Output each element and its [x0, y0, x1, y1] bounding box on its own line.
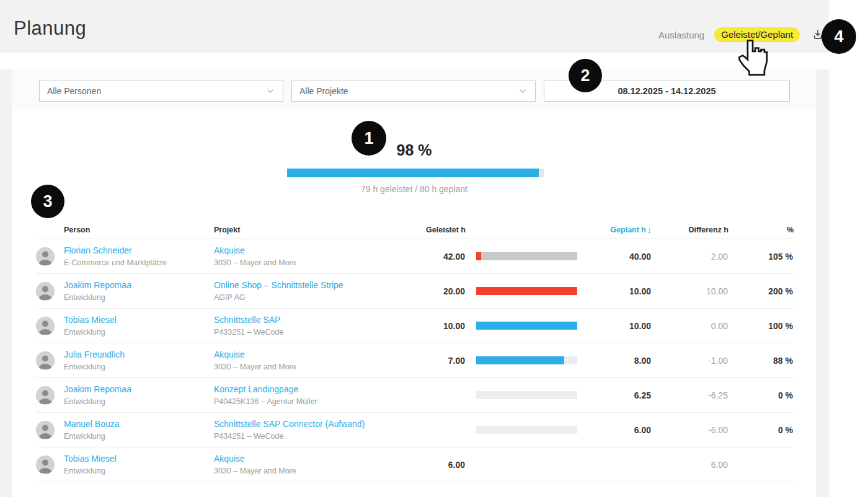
project-link[interactable]: Schnittstelle SAP — [214, 315, 425, 325]
performed-value: 10.00 — [425, 321, 466, 331]
annotation-circle-2: 2 — [569, 59, 602, 92]
table-row[interactable]: Tobias Miesel Entwicklung Schnittstelle … — [36, 309, 794, 343]
avatar-cell — [36, 351, 64, 370]
avatar — [36, 282, 55, 301]
table-body: Florian Schneider E-Commerce und Marktpl… — [36, 239, 794, 482]
screenshot-canvas: Planung Auslastung Geleistet/Geplant All… — [0, 0, 868, 497]
person-cell: Tobias Miesel Entwicklung — [64, 454, 214, 475]
person-role: Entwicklung — [64, 328, 214, 336]
person-role: Entwicklung — [64, 363, 214, 371]
header-performed[interactable]: Geleistet h — [425, 226, 466, 234]
project-sub: 3030 – Mayer and More — [214, 258, 425, 267]
table-row[interactable]: Julia Freundlich Entwicklung Akquise 303… — [36, 343, 794, 378]
table-header-row: Person Projekt Geleistet h Geplant h ↓ D… — [36, 221, 794, 239]
bar-segment — [476, 426, 577, 434]
bar-cell — [466, 460, 577, 468]
utilization-progress-bar — [287, 169, 544, 177]
person-silhouette-icon — [36, 386, 55, 405]
person-link[interactable]: Joakim Repomaa — [64, 384, 214, 394]
person-cell: Julia Freundlich Entwicklung — [64, 350, 214, 371]
avatar — [36, 455, 55, 474]
bar-segment — [564, 356, 577, 364]
avatar-cell — [36, 282, 64, 301]
nav-item-geleistet-geplant[interactable]: Geleistet/Geplant — [714, 27, 800, 42]
difference-value: 10.00 — [652, 286, 728, 296]
person-silhouette-icon — [36, 317, 55, 335]
person-silhouette-icon — [36, 351, 55, 370]
percent-value: 0 % — [728, 390, 794, 400]
person-link[interactable]: Manuel Bouza — [64, 419, 214, 429]
percent-value: 105 % — [728, 252, 794, 262]
table-row[interactable]: Joakim Repomaa Entwicklung Konzept Landi… — [36, 378, 794, 413]
difference-value: 0.00 — [652, 321, 728, 331]
nav-item-auslastung[interactable]: Auslastung — [658, 30, 704, 40]
percent-value: 0 % — [728, 425, 794, 435]
utilization-progress-fill — [287, 169, 539, 177]
bar-cell — [466, 287, 577, 295]
person-link[interactable]: Florian Schneider — [64, 245, 214, 255]
top-navigation: Auslastung Geleistet/Geplant — [658, 27, 825, 42]
table-row[interactable]: Manuel Bouza Entwicklung Schnittstelle S… — [36, 413, 794, 447]
person-link[interactable]: Joakim Repomaa — [64, 280, 214, 290]
bar-segment — [476, 322, 577, 330]
chevron-down-icon — [518, 86, 528, 96]
avatar — [36, 247, 55, 266]
person-silhouette-icon — [36, 455, 55, 474]
page-title: Planung — [14, 17, 86, 40]
planning-table: Person Projekt Geleistet h Geplant h ↓ D… — [36, 221, 794, 482]
bar-cell — [466, 252, 577, 260]
project-link[interactable]: Akquise — [214, 454, 425, 464]
project-sub: P434251 – WeCode — [214, 432, 425, 441]
avatar — [36, 317, 55, 335]
project-link[interactable]: Konzept Landingpage — [214, 384, 425, 394]
bar-cell — [466, 356, 577, 364]
app-window: Planung Auslastung Geleistet/Geplant All… — [0, 0, 829, 497]
header-project[interactable]: Projekt — [214, 226, 425, 234]
difference-value: -1.00 — [652, 356, 728, 366]
projects-dropdown[interactable]: Alle Projekte — [291, 81, 536, 102]
annotation-circle-3: 3 — [31, 185, 64, 218]
project-cell: Akquise 3030 – Mayer and More — [214, 454, 425, 475]
difference-value: -6.00 — [652, 425, 728, 435]
table-row[interactable]: Joakim Repomaa Entwicklung Online Shop –… — [36, 274, 794, 309]
performed-value: 20.00 — [425, 286, 466, 296]
person-role: E-Commerce und Marktplätze — [64, 258, 214, 267]
header-percent[interactable]: % — [728, 226, 794, 234]
person-link[interactable]: Tobias Miesel — [64, 315, 214, 325]
subheader-strip-left — [0, 53, 12, 69]
planned-value: 8.00 — [577, 356, 652, 366]
table-row[interactable]: Tobias Miesel Entwicklung Akquise 3030 –… — [36, 447, 794, 482]
performed-vs-planned-bar — [476, 252, 577, 260]
header-difference[interactable]: Differenz h — [652, 226, 728, 234]
person-link[interactable]: Julia Freundlich — [64, 350, 214, 359]
performed-value: 6.00 — [425, 460, 466, 470]
person-role: Entwicklung — [64, 432, 214, 441]
header-person[interactable]: Person — [64, 226, 214, 234]
percent-value: 88 % — [728, 356, 794, 366]
person-link[interactable]: Tobias Miesel — [64, 454, 214, 464]
chevron-down-icon — [265, 86, 275, 96]
project-cell: Konzept Landingpage P40425K136 – Agentur… — [214, 384, 425, 405]
subheader-strip-right — [816, 53, 829, 69]
project-link[interactable]: Online Shop – Schnittstelle Stripe — [214, 280, 425, 290]
project-sub: P433251 – WeCode — [214, 328, 425, 336]
projects-dropdown-value: Alle Projekte — [299, 86, 348, 96]
annotation-circle-1: 1 — [352, 121, 386, 156]
difference-value: 2.00 — [652, 252, 728, 262]
persons-dropdown[interactable]: Alle Personen — [39, 81, 283, 102]
utilization-caption: 79 h geleistet / 80 h geplant — [12, 184, 816, 194]
project-link[interactable]: Akquise — [214, 245, 425, 255]
person-cell: Joakim Repomaa Entwicklung — [64, 384, 214, 405]
project-link[interactable]: Schnittstelle SAP Connector (Aufwand) — [214, 419, 425, 429]
annotation-circle-4: 4 — [822, 19, 856, 54]
person-role: Entwicklung — [64, 293, 214, 302]
project-cell: Akquise 3030 – Mayer and More — [214, 350, 425, 371]
project-sub: 3030 – Mayer and More — [214, 363, 425, 371]
avatar-cell — [36, 247, 64, 266]
person-cell: Tobias Miesel Entwicklung — [64, 315, 214, 336]
performed-vs-planned-bar — [476, 287, 577, 295]
percent-value: 100 % — [728, 321, 794, 331]
project-link[interactable]: Akquise — [214, 350, 425, 359]
header-planned[interactable]: Geplant h ↓ — [577, 225, 652, 235]
table-row[interactable]: Florian Schneider E-Commerce und Marktpl… — [36, 239, 794, 274]
